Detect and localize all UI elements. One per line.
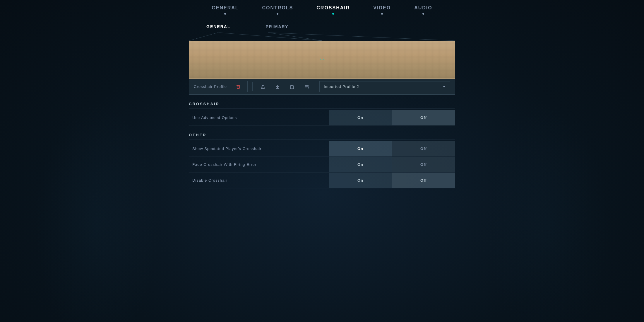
- disable-crosshair-row: Disable Crosshair On Off: [189, 173, 455, 188]
- nav-item-video[interactable]: VIDEO: [373, 5, 391, 15]
- show-spectated-toggle-group: On Off: [329, 141, 455, 156]
- nav-dot-controls: [277, 13, 278, 15]
- share-profile-button[interactable]: [257, 81, 268, 92]
- other-section: OTHER Show Spectated Player's Crosshair …: [189, 133, 455, 188]
- nav-item-controls[interactable]: CONTROLS: [262, 5, 293, 15]
- svg-line-0: [189, 33, 218, 41]
- profile-divider: [252, 82, 253, 91]
- fade-crosshair-row: Fade Crosshair With Firing Error On Off: [189, 157, 455, 173]
- fade-crosshair-toggle-group: On Off: [329, 157, 455, 172]
- nav-item-general[interactable]: GENERAL: [212, 5, 239, 15]
- fade-crosshair-on-button[interactable]: On: [329, 157, 392, 172]
- profile-label: Crosshair Profile: [194, 84, 227, 89]
- use-advanced-off-button[interactable]: Off: [392, 110, 455, 125]
- show-spectated-label: Show Spectated Player's Crosshair: [189, 146, 329, 151]
- nav-dot-audio: [422, 13, 424, 15]
- disable-crosshair-on-button[interactable]: On: [329, 173, 392, 188]
- svg-rect-13: [290, 86, 293, 89]
- show-spectated-off-button[interactable]: Off: [392, 141, 455, 156]
- profile-bar: Crosshair Profile: [189, 79, 455, 95]
- delete-profile-button[interactable]: [233, 81, 244, 92]
- download-icon: [275, 84, 280, 89]
- use-advanced-toggle-group: On Off: [329, 110, 455, 125]
- show-spectated-on-button[interactable]: On: [329, 141, 392, 156]
- profile-dropdown[interactable]: Imported Profile 2 ▼: [319, 81, 450, 92]
- use-advanced-on-button[interactable]: On: [329, 110, 392, 125]
- sub-tab-container: GENERAL PRIMARY: [189, 21, 455, 33]
- copy-icon: [290, 84, 295, 89]
- profile-actions: [233, 81, 248, 92]
- nav-divider: [0, 15, 644, 15]
- use-advanced-options-row: Use Advanced Options On Off: [189, 110, 455, 126]
- nav-dot-general: [224, 13, 226, 15]
- svg-line-3: [268, 33, 455, 41]
- dropdown-arrow-icon: ▼: [442, 85, 446, 89]
- disable-crosshair-label: Disable Crosshair: [189, 178, 329, 183]
- use-advanced-options-label: Use Advanced Options: [189, 115, 329, 120]
- copy-profile-button[interactable]: [287, 81, 298, 92]
- svg-line-1: [218, 33, 322, 41]
- content-area: GENERAL PRIMARY: [189, 21, 455, 195]
- svg-point-8: [322, 59, 322, 60]
- crosshair-section-header: CROSSHAIR: [189, 102, 455, 109]
- top-navigation: GENERAL CONTROLS CROSSHAIR VIDEO AUDIO: [0, 0, 644, 15]
- show-spectated-row: Show Spectated Player's Crosshair On Off: [189, 141, 455, 157]
- download-profile-button[interactable]: [272, 81, 283, 92]
- other-section-header: OTHER: [189, 133, 455, 140]
- crosshair-section: CROSSHAIR Use Advanced Options On Off: [189, 102, 455, 126]
- share-icon: [260, 84, 266, 89]
- disable-crosshair-toggle-group: On Off: [329, 173, 455, 188]
- nav-item-crosshair[interactable]: CROSSHAIR: [316, 5, 350, 15]
- fade-crosshair-label: Fade Crosshair With Firing Error: [189, 162, 329, 167]
- nav-item-audio[interactable]: AUDIO: [414, 5, 432, 15]
- tab-primary[interactable]: PRIMARY: [248, 21, 306, 33]
- trash-icon: [236, 84, 241, 89]
- crosshair-preview-icon: [320, 57, 324, 62]
- sub-tabs: GENERAL PRIMARY: [189, 21, 306, 33]
- svg-rect-9: [237, 86, 239, 88]
- nav-dot-video: [381, 13, 383, 15]
- profile-selected-value: Imported Profile 2: [324, 84, 359, 89]
- connector-lines: [189, 33, 455, 41]
- nav-dot-crosshair: [332, 13, 334, 15]
- main-container: GENERAL CONTROLS CROSSHAIR VIDEO AUDIO: [0, 0, 644, 322]
- fade-crosshair-off-button[interactable]: Off: [392, 157, 455, 172]
- disable-crosshair-off-button[interactable]: Off: [392, 173, 455, 188]
- import-profile-button[interactable]: [301, 81, 312, 92]
- import-icon: [304, 84, 309, 89]
- tab-general[interactable]: GENERAL: [189, 21, 248, 33]
- crosshair-preview: [189, 41, 455, 79]
